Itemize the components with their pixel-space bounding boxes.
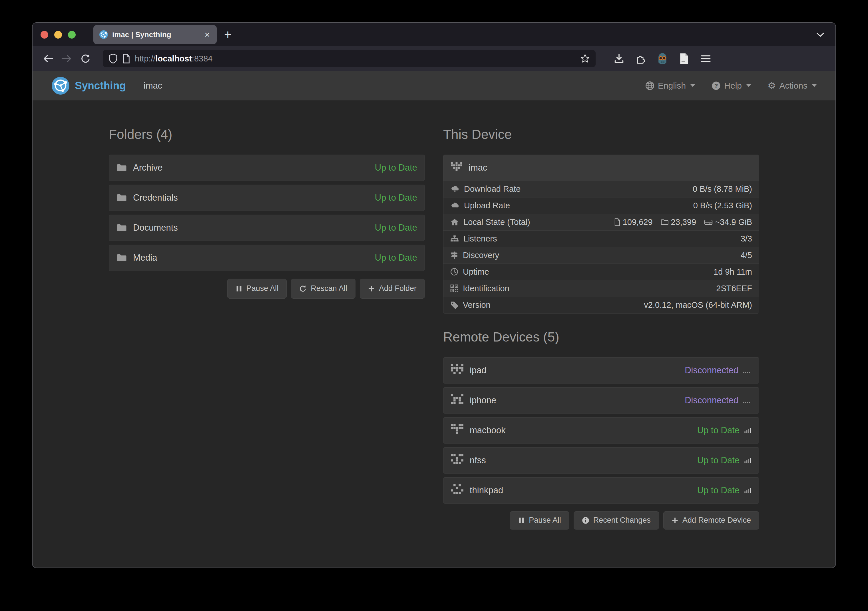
upload-rate-row: Upload Rate 0 B/s (2.53 GiB) — [443, 197, 759, 214]
pause-icon — [518, 517, 525, 524]
menu-hamburger-icon[interactable] — [698, 51, 714, 67]
extension-robot-icon[interactable] — [654, 51, 670, 67]
row-value: 0 B/s (2.53 GiB) — [693, 201, 752, 210]
folder-status: Up to Date — [375, 163, 417, 173]
signal-bars-icon — [744, 457, 752, 464]
page-device-name: imac — [144, 81, 162, 91]
add-folder-button[interactable]: Add Folder — [360, 278, 425, 299]
device-identicon — [451, 162, 462, 174]
pause-all-folders-button[interactable]: Pause All — [227, 278, 287, 299]
qr-code-icon — [450, 285, 458, 292]
row-value: 3/3 — [741, 234, 752, 244]
device-identicon — [451, 484, 463, 497]
bookmark-star-icon[interactable] — [580, 54, 590, 64]
pause-all-label: Pause All — [529, 516, 561, 525]
file-icon — [614, 218, 620, 226]
signpost-icon — [450, 251, 458, 259]
new-tab-button[interactable]: + — [224, 28, 232, 41]
no-signal-icon — [743, 398, 752, 403]
actions-menu-label: Actions — [780, 81, 808, 90]
this-device-panel: imac Download Rate 0 B/s (8.78 MiB) U — [443, 155, 759, 314]
folder-status: Up to Date — [375, 253, 417, 263]
svg-text:?: ? — [715, 82, 718, 89]
sitemap-icon — [450, 235, 459, 243]
folders-count: 23,399 — [671, 218, 696, 227]
forward-button[interactable] — [59, 51, 75, 67]
macos-traffic-lights — [40, 31, 76, 39]
rescan-all-button[interactable]: Rescan All — [291, 278, 355, 299]
language-menu[interactable]: English — [645, 81, 695, 90]
brand-name[interactable]: Syncthing — [75, 80, 126, 92]
device-identicon — [451, 424, 463, 437]
shield-icon[interactable] — [108, 53, 118, 64]
question-circle-icon: ? — [711, 81, 721, 90]
folder-row-documents[interactable]: Documents Up to Date — [109, 215, 425, 241]
recent-changes-label: Recent Changes — [593, 516, 651, 525]
window-zoom-button[interactable] — [68, 31, 76, 39]
folder-row-archive[interactable]: Archive Up to Date — [109, 155, 425, 181]
back-button[interactable] — [40, 51, 56, 67]
folders-list: Archive Up to Date Credentials Up to Dat… — [109, 155, 425, 271]
add-remote-device-button[interactable]: Add Remote Device — [663, 511, 759, 530]
device-identicon — [451, 454, 463, 467]
pause-all-label: Pause All — [246, 284, 279, 293]
device-row-nfss[interactable]: nfss Up to Date — [443, 447, 759, 474]
downloads-icon[interactable] — [611, 51, 627, 67]
info-circle-icon — [582, 517, 589, 524]
identification-row: Identification 2ST6EEF — [443, 280, 759, 297]
actions-menu[interactable]: ⚙ Actions — [767, 81, 817, 90]
remote-devices-actions: Pause All Recent Changes Add Remote Devi… — [443, 511, 759, 530]
device-identicon — [451, 394, 463, 407]
address-bar[interactable]: http://localhost:8384 — [103, 50, 595, 67]
folder-row-credentials[interactable]: Credentials Up to Date — [109, 185, 425, 211]
plus-icon — [368, 285, 375, 292]
folder-icon — [116, 253, 127, 262]
chevron-down-icon — [690, 84, 695, 87]
listeners-row: Listeners 3/3 — [443, 230, 759, 247]
device-name: thinkpad — [470, 485, 503, 496]
pause-all-devices-button[interactable]: Pause All — [510, 511, 569, 530]
refresh-icon — [299, 285, 307, 292]
reload-button[interactable] — [78, 51, 94, 67]
chevron-down-icon — [812, 84, 817, 87]
row-label: Identification — [463, 284, 509, 293]
device-row-iphone[interactable]: iphone Disconnected — [443, 387, 759, 414]
tab-close-icon[interactable]: × — [203, 30, 211, 39]
extensions-puzzle-icon[interactable] — [633, 51, 649, 67]
device-row-ipad[interactable]: ipad Disconnected — [443, 357, 759, 384]
device-status: Up to Date — [697, 485, 752, 496]
device-id-link[interactable]: 2ST6EEF — [716, 284, 752, 293]
window-minimize-button[interactable] — [54, 31, 62, 39]
window-close-button[interactable] — [40, 31, 48, 39]
reader-document-icon[interactable] — [676, 51, 692, 67]
device-row-macbook[interactable]: macbook Up to Date — [443, 417, 759, 443]
this-device-header[interactable]: imac — [443, 155, 759, 180]
device-status-text: Up to Date — [697, 425, 739, 435]
row-label: Version — [463, 300, 491, 310]
tag-icon — [450, 301, 458, 309]
recent-changes-button[interactable]: Recent Changes — [574, 511, 659, 530]
page-info-icon[interactable] — [122, 54, 130, 64]
device-row-thinkpad[interactable]: thinkpad Up to Date — [443, 477, 759, 504]
hdd-icon — [704, 219, 713, 226]
cloud-upload-icon — [450, 202, 459, 209]
help-menu-label: Help — [724, 81, 742, 90]
tab-list-chevron-down-icon[interactable] — [816, 32, 825, 37]
device-status-text: Disconnected — [685, 395, 738, 406]
device-identicon — [451, 364, 463, 377]
browser-window: imac | Syncthing × + http://localhost:83… — [32, 22, 836, 568]
browser-tab[interactable]: imac | Syncthing × — [93, 25, 217, 44]
devices-column: This Device imac Download Rate 0 B/s (8.… — [443, 127, 759, 530]
help-menu[interactable]: ? Help — [711, 81, 751, 90]
gear-icon: ⚙ — [767, 81, 776, 90]
row-value: 0 B/s (8.78 MiB) — [693, 184, 752, 194]
cloud-download-icon — [450, 185, 459, 193]
home-icon — [450, 218, 459, 226]
row-value: 1d 9h 11m — [713, 267, 752, 277]
folder-row-media[interactable]: Media Up to Date — [109, 245, 425, 271]
chevron-down-icon — [746, 84, 751, 87]
rescan-all-label: Rescan All — [311, 284, 347, 293]
files-count: 109,629 — [623, 218, 653, 227]
url-text: http://localhost:8384 — [135, 54, 576, 64]
device-name: ipad — [470, 365, 487, 376]
